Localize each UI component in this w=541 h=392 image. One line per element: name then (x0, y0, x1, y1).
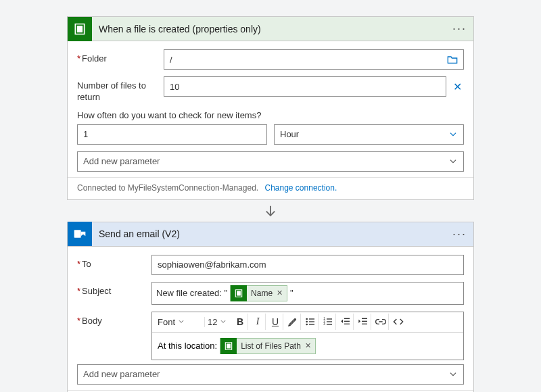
font-select[interactable]: Font (156, 317, 205, 327)
underline-button[interactable]: U (267, 314, 283, 330)
to-input[interactable]: sophiaowen@fabrikam.com (151, 255, 464, 275)
action-title: Send an email (V2) (92, 228, 452, 239)
outdent-button[interactable] (337, 314, 354, 330)
body-input[interactable]: At this location: List of Files Path ✕ (152, 333, 463, 360)
trigger-more-button[interactable]: ··· (452, 22, 467, 36)
highlight-button[interactable] (285, 314, 301, 330)
to-label: To (77, 255, 151, 270)
trigger-header[interactable]: When a file is created (properties only)… (68, 17, 473, 41)
action-card: Send an email (V2) ··· To sophiaowen@fab… (67, 222, 474, 392)
fontsize-select[interactable]: 12 (206, 317, 231, 327)
action-more-button[interactable]: ··· (452, 227, 467, 241)
frequency-select[interactable]: Hour (274, 124, 464, 145)
chevron-down-icon (220, 318, 227, 325)
remove-token-button[interactable]: ✕ (305, 341, 315, 350)
clear-numfiles-button[interactable]: ✕ (450, 80, 464, 93)
indent-button[interactable] (355, 314, 371, 330)
dynamic-token-name[interactable]: Name ✕ (230, 285, 287, 301)
filesystem-icon (220, 338, 237, 354)
change-connection-link[interactable]: Change connection. (264, 183, 337, 193)
outlook-icon (68, 222, 92, 246)
subject-input[interactable]: New file created: " Name ✕ " (151, 282, 464, 305)
trigger-add-parameter[interactable]: Add new parameter (77, 151, 464, 172)
flow-arrow-icon (263, 204, 278, 219)
bold-button[interactable]: B (232, 314, 248, 330)
folder-label: Folder (77, 49, 164, 65)
trigger-connection-footer: Connected to MyFileSystemConnection-Mana… (68, 177, 473, 199)
action-add-parameter[interactable]: Add new parameter (77, 364, 464, 385)
remove-token-button[interactable]: ✕ (277, 289, 287, 297)
folder-picker-icon[interactable] (447, 55, 458, 64)
numfiles-input[interactable]: 10 (164, 76, 446, 97)
body-editor: Font 12 B I U (151, 312, 464, 360)
filesystem-icon (68, 17, 92, 41)
chevron-down-icon (178, 318, 185, 325)
trigger-card: When a file is created (properties only)… (67, 16, 474, 200)
rte-toolbar: Font 12 B I U (152, 312, 463, 333)
italic-button[interactable]: I (250, 314, 266, 330)
trigger-title: When a file is created (properties only) (92, 24, 452, 34)
codeview-button[interactable] (390, 314, 406, 330)
interval-input[interactable]: 1 (77, 124, 267, 145)
filesystem-icon (231, 285, 247, 301)
folder-input[interactable]: / (164, 49, 464, 70)
numfiles-label: Number of files to return (77, 76, 164, 103)
subject-label: Subject (77, 282, 151, 297)
chevron-down-icon (448, 370, 458, 379)
number-list-button[interactable] (320, 314, 336, 330)
action-header[interactable]: Send an email (V2) ··· (68, 222, 473, 247)
dynamic-token-path[interactable]: List of Files Path ✕ (220, 338, 316, 354)
chevron-down-icon (448, 130, 458, 139)
link-button[interactable] (373, 314, 389, 330)
recurrence-question: How often do you want to check for new i… (77, 110, 464, 120)
bullet-list-button[interactable] (302, 314, 319, 330)
chevron-down-icon (448, 157, 458, 166)
body-label: Body (77, 312, 151, 327)
